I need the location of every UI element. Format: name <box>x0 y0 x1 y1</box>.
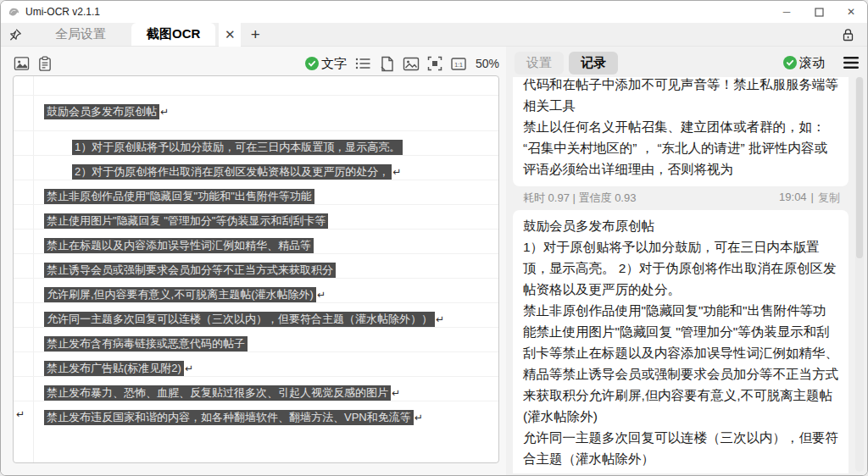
ocr-line-highlight[interactable]: 鼓励会员多发布原创帖 <box>44 104 159 119</box>
record-paragraph: 1）对于原创贴将予以加分鼓励，可在三日内本版置顶，显示高亮。 2）对于伪原创将作… <box>523 236 838 300</box>
ocr-line-highlight[interactable]: 1）对于原创贴将予以加分鼓励，可在三日内本版置顶，显示高亮。 <box>72 140 403 155</box>
record-paragraph: 禁止以任何名义开帖召集、建立团体或者群的，如： “召集中关村地区的” ， “东北… <box>523 116 838 180</box>
ocr-text-line[interactable]: 禁止在标题以及内容添加误导性词汇例如精华、精品等 <box>14 229 498 253</box>
title-bar[interactable]: Umi-OCR v2.1.1 ─ ✕ <box>1 1 867 23</box>
ocr-line-highlight[interactable]: 禁止发布广告贴(标准见附2) <box>44 361 184 376</box>
preview-lines: 鼓励会员多发布原创帖↵1）对于原创贴将予以加分鼓励，可在三日内本版置顶，显示高亮… <box>14 95 498 425</box>
app-logo-icon <box>8 6 20 19</box>
return-symbol: ↵ <box>16 408 25 422</box>
window-controls: ─ ✕ <box>771 1 867 23</box>
ocr-line-highlight[interactable]: 禁止发布暴力、恐怖、血腥、反复贴过很多次、引起人视觉反感的图片 <box>44 385 391 401</box>
ocr-line-highlight[interactable]: 禁止非原创作品使用"隐藏回复"功能和"出售附件等功能 <box>44 189 314 204</box>
ocr-text-line[interactable]: 鼓励会员多发布原创帖↵ <box>14 95 498 119</box>
preview-toolbar: 文字 <box>13 52 499 75</box>
records-menu-button[interactable] <box>842 54 860 71</box>
return-symbol: ↵ <box>392 166 401 180</box>
ocr-line-highlight[interactable]: 允许刷屏,但内容要有意义,不可脱离主题帖(灌水帖除外) <box>44 287 316 302</box>
paste-image-button[interactable] <box>36 55 53 72</box>
window-title: Umi-OCR v2.1.1 <box>25 6 100 18</box>
pin-window-button[interactable] <box>1 23 30 46</box>
records-header: 设置 记录 滚动 <box>515 50 860 75</box>
ocr-line-highlight[interactable]: 2）对于伪原创将作出取消在原创区发帖资格以及更严厉的处分， <box>72 164 392 180</box>
record-meta-row: 耗时 0.97 | 置信度 0.93 19:04 | 复制 <box>513 188 849 208</box>
tab-screenshot-ocr[interactable]: 截图OCR <box>131 23 215 46</box>
screenshot-preview[interactable]: 鼓励会员多发布原创帖↵1）对于原创贴将予以加分鼓励，可在三日内本版置顶，显示高亮… <box>13 75 499 463</box>
ocr-text-line[interactable]: 禁止诱导会员或强制要求会员加分等不正当方式来获取积分 <box>14 253 498 278</box>
open-image-icon <box>14 56 30 71</box>
ocr-status-label: 文字 <box>321 56 347 72</box>
ocr-text-line[interactable]: 允许刷屏,但内容要有意义,不可脱离主题帖(灌水帖除外)↵ <box>14 278 498 302</box>
ocr-text-line[interactable]: 禁止使用图片"隐藏回复 "管理加分"等伪装显示和刮刮卡等 <box>14 204 498 229</box>
result-list-button[interactable] <box>355 55 372 72</box>
record-paragraph: 代码和在帖子中添加不可见声音等！禁止私服服务端等相关工具 <box>523 77 838 116</box>
check-icon <box>305 57 319 70</box>
new-tab-button[interactable]: + <box>241 23 270 46</box>
ocr-line-highlight[interactable]: 允许同一主题多次回复可以连楼（三次以内），但要符合主题（灌水帖除外）） <box>44 312 435 327</box>
records-pane: 设置 记录 滚动 代码和在帖子中添加 <box>506 47 867 475</box>
svg-text:1:1: 1:1 <box>454 61 463 67</box>
records-list[interactable]: 代码和在帖子中添加不可见声音等！禁止私服服务端等相关工具禁止以任何名义开帖召集、… <box>513 77 849 473</box>
ocr-text-line[interactable]: 禁止发布含有病毒链接或恶意代码的帖子 <box>14 327 498 351</box>
ocr-status[interactable]: 文字 <box>305 56 347 72</box>
ocr-text-line[interactable]: 禁止发布广告贴(标准见附2)↵ <box>14 351 498 376</box>
record-paragraph: 允许同一主题多次回复可以连楼（三次以内），但要符合主题（灌水帖除外） <box>523 427 838 469</box>
record-entry[interactable]: 代码和在帖子中添加不可见声音等！禁止私服服务端等相关工具禁止以任何名义开帖召集、… <box>513 77 849 186</box>
main-content: 文字 <box>1 47 867 475</box>
return-symbol: ↵ <box>160 106 169 119</box>
record-entry[interactable]: 鼓励会员多发布原创帖1）对于原创贴将予以加分鼓励，可在三日内本版置顶，显示高亮。… <box>513 210 849 473</box>
record-paragraph: 禁止非原创作品使用"隐藏回复"功能和"出售附件等功能禁止使用图片"隐藏回复 "管… <box>523 300 838 427</box>
ocr-line-highlight[interactable]: 禁止诱导会员或强制要求会员加分等不正当方式来获取积分 <box>44 263 336 278</box>
ocr-text-line[interactable]: 禁止发布暴力、恐怖、血腥、反复贴过很多次、引起人视觉反感的图片↵ <box>14 376 498 401</box>
return-symbol: ↵ <box>392 387 400 401</box>
one-to-one-zoom-button[interactable]: 1:1 <box>450 55 467 72</box>
save-file-icon <box>380 56 394 72</box>
close-button[interactable]: ✕ <box>835 1 867 23</box>
records-scrollbar[interactable] <box>855 77 864 472</box>
tab-global-settings[interactable]: 全局设置 <box>30 23 131 46</box>
select-region-button[interactable] <box>426 55 443 72</box>
record-paragraph: 禁止发布含有病毒链接或恶意代码的帖子禁止发布广告贴(标准见附2) <box>523 469 838 473</box>
tab-close-button[interactable]: ✕ <box>219 23 241 47</box>
ocr-line-highlight[interactable]: 禁止发布违反国家和谐的内容，如各种翻墙软件、翻墙方法、VPN和免流等 <box>44 410 414 425</box>
select-region-icon <box>427 56 442 71</box>
ocr-text-line[interactable]: ↵禁止发布违反国家和谐的内容，如各种翻墙软件、翻墙方法、VPN和免流等↵ <box>14 401 498 425</box>
auto-scroll-toggle[interactable]: 滚动 <box>783 55 825 71</box>
tab-bar: 全局设置 截图OCR ✕ + <box>1 23 867 47</box>
lock-layout-button[interactable] <box>837 23 859 47</box>
minimize-button[interactable]: ─ <box>771 1 803 23</box>
scrollbar-thumb[interactable] <box>856 77 863 258</box>
return-symbol: ↵ <box>185 363 193 376</box>
ocr-text-line[interactable]: 允许同一主题多次回复可以连楼（三次以内），但要符合主题（灌水帖除外））↵ <box>14 302 498 327</box>
copy-button[interactable]: 复制 <box>818 191 840 206</box>
record-paragraph: 鼓励会员多发布原创帖 <box>523 215 838 236</box>
auto-scroll-label: 滚动 <box>799 55 825 71</box>
ocr-text-line[interactable]: 禁止非原创作品使用"隐藏回复"功能和"出售附件等功能 <box>14 180 498 204</box>
view-image-button[interactable] <box>403 55 420 72</box>
return-symbol: ↵ <box>415 412 423 425</box>
check-icon <box>783 56 797 69</box>
maximize-button[interactable] <box>803 1 835 23</box>
record-stats: 耗时 0.97 | 置信度 0.93 <box>523 191 636 206</box>
pin-icon <box>8 28 22 42</box>
meta-separator: | <box>811 191 814 206</box>
image-view-icon <box>403 57 420 71</box>
paste-icon <box>37 56 53 72</box>
ocr-text-line[interactable]: 2）对于伪原创将作出取消在原创区发帖资格以及更严厉的处分，↵ <box>14 155 498 180</box>
one-to-one-icon: 1:1 <box>451 58 466 70</box>
tab-records[interactable]: 记录 <box>569 52 618 75</box>
list-icon <box>355 57 371 70</box>
ocr-text-line[interactable]: 1）对于原创贴将予以加分鼓励，可在三日内本版置顶，显示高亮。 <box>14 130 498 155</box>
preview-pane: 文字 <box>1 47 506 475</box>
ocr-line-highlight[interactable]: 禁止发布含有病毒链接或恶意代码的帖子 <box>44 336 248 351</box>
maximize-icon <box>815 8 824 17</box>
return-symbol: ↵ <box>436 313 444 327</box>
app-window: Umi-OCR v2.1.1 ─ ✕ 全局设置 截图OCR ✕ + <box>0 0 868 476</box>
ocr-line-highlight[interactable]: 禁止使用图片"隐藏回复 "管理加分"等伪装显示和刮刮卡等 <box>44 213 328 229</box>
return-symbol: ↵ <box>317 289 326 302</box>
ocr-line-highlight[interactable]: 禁止在标题以及内容添加误导性词汇例如精华、精品等 <box>44 238 314 253</box>
save-file-button[interactable] <box>379 55 396 72</box>
lock-icon <box>842 28 854 42</box>
tab-settings[interactable]: 设置 <box>515 52 564 75</box>
zoom-level-label[interactable]: 50% <box>476 57 499 70</box>
open-image-button[interactable] <box>13 55 30 72</box>
